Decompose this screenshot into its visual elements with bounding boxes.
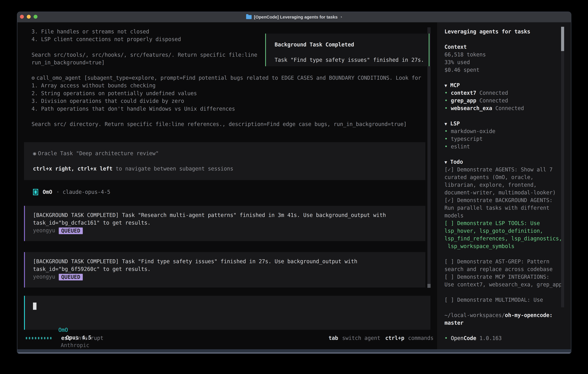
mcp-name: grep_app: [451, 97, 476, 104]
terminal-line: 1. Array access without bounds checking: [32, 82, 156, 89]
window-title: [OpenCode] Leveraging agents for tasks ◔: [246, 15, 342, 20]
terminal-line: 3. File handles or streams not closed: [32, 28, 149, 35]
lsp-item: • eslint: [444, 143, 571, 150]
todo-item-line: document-writer, multimodal-looker): [444, 189, 571, 197]
lsp-name: typescript: [451, 136, 483, 142]
notification-title: Background Task Completed: [275, 41, 429, 48]
app-window: [OpenCode] Leveraging agents for tasks ◔…: [17, 11, 571, 354]
background-task-message: [BACKGROUND TASK COMPLETED] Task "Resear…: [24, 206, 425, 241]
esc-key-hint: esc: [61, 335, 71, 341]
todo-section-header[interactable]: ▼ Todo: [444, 158, 571, 166]
close-button[interactable]: [20, 15, 24, 19]
mcp-status: Connected: [480, 97, 508, 104]
todo-item-line: [ ] Demonstrate MULTIMODAL: Use: [444, 296, 571, 304]
message-line: [BACKGROUND TASK COMPLETED] Task "Resear…: [33, 211, 425, 219]
oracle-task-text: Oracle Task "Deep architecture review": [38, 150, 159, 156]
sidebar-scrollbar[interactable]: [561, 27, 564, 307]
window-bottom-strip: [17, 349, 571, 353]
app-version: 1.0.163: [480, 335, 502, 341]
oracle-task-panel: ◉Oracle Task "Deep architecture review" …: [24, 142, 425, 180]
terminal-line: 2. String operations on potentially unde…: [32, 90, 197, 97]
mcp-section-header[interactable]: ▼ MCP: [444, 82, 571, 89]
chevron-down-icon: ▼: [444, 83, 447, 88]
window-title-text: [OpenCode] Leveraging agents for tasks: [254, 15, 337, 20]
workspace-branch: master: [444, 319, 571, 327]
status-badge: QUEUED: [59, 274, 83, 280]
message-line: [BACKGROUND TASK COMPLETED] Task "Find t…: [33, 258, 425, 265]
message-meta: yeongyuQUEUED: [33, 227, 425, 234]
mcp-item: • websearch_exa Connected: [444, 104, 571, 112]
input-agent-name: OmO: [58, 327, 68, 333]
message-line: task_id="bg_6f59260c" to get results.: [33, 265, 425, 273]
tab-key-hint: tab: [329, 335, 338, 341]
terminal-line: run_in_background=true]: [32, 59, 105, 66]
todo-item-line-active: [ ] Demonstrate LSP TOOLS: Use: [444, 219, 571, 227]
session-title: Leveraging agents for tasks: [444, 28, 571, 35]
status-dot-icon: •: [444, 105, 448, 111]
text-cursor: [33, 302, 36, 310]
chevron-down-icon: ▼: [444, 121, 447, 126]
context-spent: $0.46 spent: [444, 66, 571, 74]
todo-item-line: search and replace across codebase: [444, 265, 571, 273]
notification-body: Task "Find type safety issues" finished …: [275, 56, 429, 64]
lsp-heading: LSP: [450, 120, 460, 127]
hint-keys: ctrl+x right, ctrl+x left: [33, 166, 112, 172]
app-name-bold: Code: [463, 335, 476, 341]
todo-item-line: models: [444, 212, 571, 219]
context-used: 33% used: [444, 58, 571, 66]
conversation-scrollbar[interactable]: [427, 27, 430, 288]
background-task-notification[interactable]: Background Task Completed Task "Find typ…: [265, 33, 430, 66]
terminal-line: 3. Division operations that could divide…: [32, 97, 184, 105]
conversation-panel: 3. File handles or streams not closed 4.…: [17, 22, 437, 349]
mcp-item: • grep_app Connected: [444, 97, 571, 104]
tool-call-text: call_omo_agent [subagent_type=explore, p…: [36, 75, 421, 81]
agent-square-icon: [33, 189, 38, 195]
status-badge: QUEUED: [59, 228, 83, 234]
conversation-scrollbar-thumb[interactable]: [427, 284, 430, 288]
lsp-section-header[interactable]: ▼ LSP: [444, 120, 571, 127]
status-dot-icon: •: [444, 97, 448, 104]
folder-icon: [246, 15, 252, 19]
todo-item-line: [ ] Demonstrate MCP INTEGRATIONS:: [444, 273, 571, 281]
terminal-line: 4. Path operations that don't handle Win…: [32, 105, 235, 113]
status-dot-icon: •: [444, 335, 448, 341]
agent-session-header: OmO · claude-opus-4-5: [33, 188, 110, 196]
todo-item-line: [ ] Demonstrate AST-GREP: Pattern: [444, 258, 571, 265]
gear-icon: ⚙: [32, 75, 35, 81]
lsp-item: • markdown-oxide: [444, 127, 571, 135]
ctrlp-key-hint: ctrl+p: [385, 335, 404, 341]
context-heading: Context: [444, 43, 571, 51]
esc-key-label: interrupt: [75, 335, 104, 341]
terminal-line: Search src/ directory. Return specific f…: [32, 120, 407, 128]
window-controls: [20, 15, 37, 19]
status-dot-icon: •: [444, 136, 448, 142]
agent-model: · claude-opus-4-5: [56, 189, 110, 195]
app-name-regular: Open: [451, 335, 463, 341]
mcp-heading: MCP: [450, 82, 460, 88]
context-tokens: 66,518 tokens: [444, 51, 571, 58]
prompt-input[interactable]: OmO Opus 4.5 Anthropic: [24, 296, 430, 330]
background-task-message: [BACKGROUND TASK COMPLETED] Task "Find t…: [24, 252, 425, 288]
zoom-button[interactable]: [33, 15, 37, 19]
mcp-name: context7: [451, 90, 476, 96]
mcp-status: Connected: [480, 90, 508, 96]
statusbar-left: esc interrupt: [26, 334, 104, 342]
mcp-item: • context7 Connected: [444, 89, 571, 97]
message-author: yeongyu: [33, 274, 55, 280]
sidebar-scrollbar-thumb[interactable]: [561, 27, 564, 51]
mcp-name: websearch_exa: [451, 105, 492, 111]
minimize-button[interactable]: [27, 15, 31, 19]
app-version-row: • OpenCode 1.0.163: [444, 334, 571, 342]
terminal-line: Search src/tools/, src/hooks/, src/featu…: [32, 51, 257, 59]
status-dot-icon: •: [444, 144, 448, 150]
radio-dot-icon: ◉: [33, 150, 36, 156]
todo-item-line: [✓] Demonstrate BACKGROUND AGENTS:: [444, 197, 571, 204]
todo-item-line: curated agents (OmO, oracle,: [444, 173, 571, 181]
chevron-down-icon: ▼: [444, 160, 447, 165]
tool-call-line: ⚙call_omo_agent [subagent_type=explore, …: [32, 74, 421, 82]
todo-item-line-active: lsp_workspace_symbols: [444, 242, 571, 250]
lsp-name: markdown-oxide: [451, 128, 495, 134]
mcp-status: Connected: [495, 105, 524, 111]
workspace-path: ~/local-workspaces/oh-my-opencode:: [444, 311, 571, 319]
workspace-path-repo: oh-my-opencode:: [505, 312, 553, 318]
